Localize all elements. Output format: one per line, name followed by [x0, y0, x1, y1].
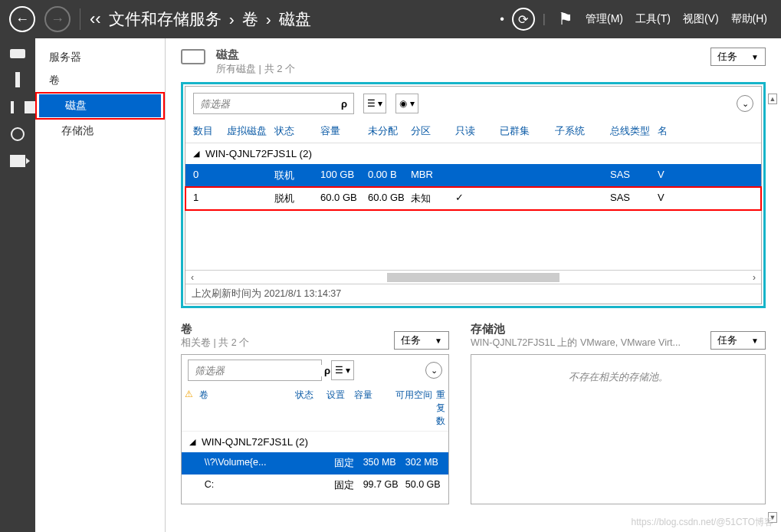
disks-tasks-dropdown[interactable]: 任务 ▼ — [710, 48, 766, 66]
top-icons: • ⟳ | ⚑ — [500, 8, 578, 31]
col-free[interactable]: 可用空间 — [395, 389, 436, 428]
files-icon[interactable] — [10, 155, 25, 167]
col-cap[interactable]: 容量 — [317, 123, 365, 140]
col-vdisk[interactable]: 虚拟磁盘 — [224, 123, 271, 140]
cell — [497, 190, 552, 207]
separator: | — [543, 12, 546, 26]
cell — [224, 190, 271, 207]
tasks-label: 任务 — [717, 50, 737, 64]
col-name[interactable]: 名 — [655, 123, 756, 140]
crumb-1[interactable]: 卷 — [242, 8, 258, 30]
disks-icon[interactable] — [11, 101, 25, 113]
side-nav: 服务器 卷 磁盘 存储池 — [35, 38, 166, 532]
pools-tasks-dropdown[interactable]: 任务 ▼ — [710, 331, 766, 350]
cell — [452, 167, 497, 184]
col-state[interactable]: 状态 — [295, 389, 326, 428]
col-sub[interactable]: 子系统 — [552, 123, 607, 140]
col-bus[interactable]: 总线类型 — [607, 123, 655, 140]
cell: V — [655, 167, 756, 184]
separator — [80, 8, 80, 30]
cell: V — [655, 190, 756, 207]
cell: SAS — [607, 167, 655, 184]
menu-view[interactable]: 视图(V) — [683, 12, 719, 26]
volume-row-0[interactable]: \\?\Volume{e... 固定 350 MB 302 MB — [182, 452, 448, 475]
menu-help[interactable]: 帮助(H) — [731, 12, 767, 26]
col-unalloc[interactable]: 未分配 — [365, 123, 408, 140]
volumes-tasks-dropdown[interactable]: 任务 ▼ — [394, 331, 449, 350]
pools-icon[interactable] — [11, 127, 25, 141]
disks-filter[interactable]: ρ — [193, 93, 354, 114]
horizontal-scrollbar[interactable]: ‹ › — [185, 270, 761, 284]
scroll-up-icon[interactable]: ▲ — [768, 94, 777, 104]
highlight-annotation: 磁盘 — [35, 92, 165, 120]
col-clust[interactable]: 已群集 — [497, 123, 552, 140]
volumes-table-header[interactable]: ⚠ 卷 状态 设置 容量 可用空间 重复数 — [182, 386, 448, 432]
cell: 0.00 B — [365, 167, 408, 184]
col-num[interactable]: 数目 — [190, 123, 224, 140]
caret-down-icon: ▼ — [751, 337, 759, 345]
cell: 0 — [190, 167, 224, 184]
search-icon[interactable]: ρ — [324, 365, 330, 376]
col-state[interactable]: 状态 — [271, 123, 317, 140]
expand-button[interactable]: ⌄ — [737, 95, 753, 112]
lower-panels: 卷 相关卷 | 共 2 个 任务 ▼ ρ ☰ ▾ — [181, 322, 766, 504]
volumes-title: 卷 — [181, 322, 394, 337]
menu-manage[interactable]: 管理(M) — [586, 12, 623, 26]
disks-title: 磁盘 — [216, 48, 700, 62]
disks-panel: ρ ☰ ▾ ◉ ▾ ⌄ 数目 虚拟磁盘 状态 容量 未分配 分区 只读 已群集 — [181, 82, 766, 308]
disk-row-0[interactable]: 0 联机 100 GB 0.00 B MBR SAS V — [185, 164, 761, 187]
col-rep[interactable]: 重复数 — [436, 389, 445, 428]
search-icon[interactable]: ρ — [341, 98, 347, 110]
col-cap[interactable]: 容量 — [354, 389, 395, 428]
breadcrumb[interactable]: ‹‹ 文件和存储服务 › 卷 › 磁盘 — [90, 8, 311, 30]
cell: ✓ — [452, 190, 497, 207]
sidenav-servers[interactable]: 服务器 — [35, 46, 165, 69]
col-ro[interactable]: 只读 — [452, 123, 497, 140]
col-part[interactable]: 分区 — [408, 123, 452, 140]
crumb-0[interactable]: 文件和存储服务 — [109, 8, 222, 30]
servers-icon[interactable] — [10, 49, 25, 58]
vertical-scrollbar[interactable]: ▲ ▼ — [767, 92, 778, 524]
sidenav-disks[interactable]: 磁盘 — [39, 94, 161, 117]
cell: MBR — [408, 167, 452, 184]
volumes-filter-input[interactable] — [195, 365, 324, 376]
cell: \\?\Volume{e... — [202, 455, 300, 471]
volumes-filter[interactable]: ρ — [188, 360, 322, 381]
cell: C: — [202, 478, 300, 494]
refresh-button[interactable]: ⟳ — [512, 8, 535, 31]
caret-down-icon: ▼ — [751, 53, 759, 61]
col-vol[interactable]: 卷 — [199, 389, 295, 428]
caret-down-icon: ▼ — [435, 337, 442, 345]
view-options-button[interactable]: ☰ ▾ — [331, 360, 354, 380]
forward-button[interactable]: → — [44, 6, 71, 32]
col-set[interactable]: 设置 — [327, 389, 355, 428]
cell — [497, 167, 552, 184]
disks-table-header[interactable]: 数目 虚拟磁盘 状态 容量 未分配 分区 只读 已群集 子系统 总线类型 名 — [185, 120, 761, 143]
chevron-right-icon: › — [266, 10, 271, 28]
disks-group-row[interactable]: ◢ WIN-QJNL72FJS1L (2) — [185, 143, 761, 164]
disk-row-1[interactable]: 1 脱机 60.0 GB 60.0 GB 未知 ✓ SAS V — [185, 187, 761, 210]
scroll-right-icon[interactable]: › — [747, 272, 761, 283]
volumes-group-row[interactable]: ◢ WIN-QJNL72FJS1L (2) — [182, 432, 448, 452]
pools-subtitle: WIN-QJNL72FJS1L 上的 VMware, VMware Virt..… — [471, 337, 710, 350]
flag-icon[interactable]: ⚑ — [558, 9, 573, 29]
scroll-left-icon[interactable]: ‹ — [185, 272, 199, 283]
back-button[interactable]: ← — [9, 6, 35, 32]
save-options-button[interactable]: ◉ ▾ — [395, 94, 418, 113]
expand-button[interactable]: ⌄ — [425, 362, 442, 379]
sidenav-pools[interactable]: 存储池 — [35, 120, 165, 143]
volumes-icon[interactable] — [15, 72, 20, 87]
volumes-subtitle: 相关卷 | 共 2 个 — [181, 337, 394, 350]
volume-row-1[interactable]: C: 固定 99.7 GB 50.0 GB — [182, 475, 448, 497]
col-warn[interactable]: ⚠ — [185, 389, 199, 428]
scroll-thumb[interactable] — [387, 273, 559, 282]
sidenav-volumes[interactable]: 卷 — [35, 69, 165, 92]
menu-tools[interactable]: 工具(T) — [635, 12, 671, 26]
crumb-2[interactable]: 磁盘 — [279, 8, 311, 30]
cell: 固定 — [331, 478, 359, 494]
chevron-right-icon: › — [229, 10, 235, 28]
disks-status: 上次刷新时间为 2021/8/1 13:14:37 — [185, 284, 761, 304]
tasks-label: 任务 — [717, 333, 737, 347]
disks-filter-input[interactable] — [200, 98, 341, 110]
view-options-button[interactable]: ☰ ▾ — [363, 94, 386, 113]
